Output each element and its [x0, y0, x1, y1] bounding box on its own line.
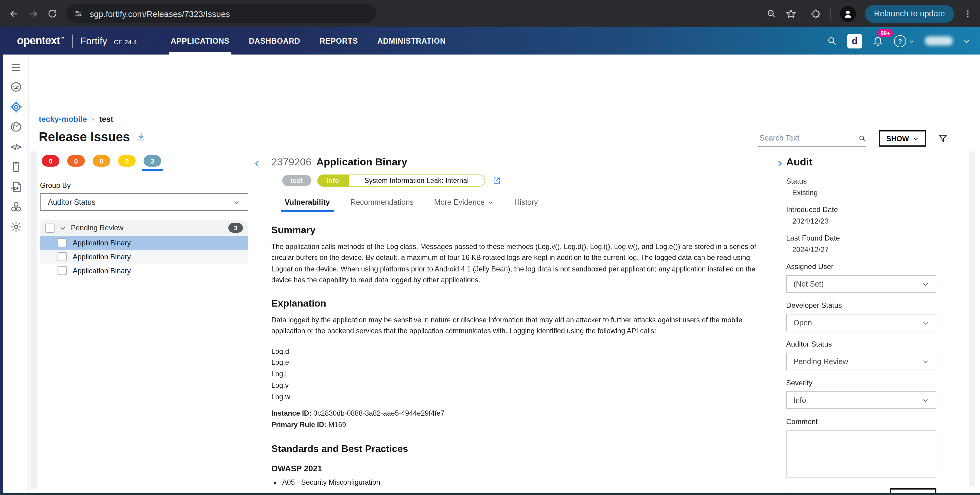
url-text: sgp.fortify.com/Releases/7323/Issues: [90, 9, 230, 19]
explanation-heading: Explanation: [271, 298, 780, 309]
notifications-button[interactable]: 99+: [872, 35, 884, 47]
issue-checkbox[interactable]: [57, 238, 67, 247]
application-window: sgp.fortify.com/Releases/7323/Issues Rel…: [0, 0, 980, 495]
auditor-status-label: Auditor Status: [786, 340, 936, 349]
severity-filter-critical[interactable]: 0: [40, 155, 61, 171]
primary-rule-id-value: M169: [328, 420, 346, 428]
issue-list-item-2[interactable]: Application Binary: [40, 250, 248, 264]
toolbar-separator: [830, 8, 831, 20]
pdf-report-icon[interactable]: PDF: [10, 181, 22, 193]
nav-applications[interactable]: APPLICATIONS: [161, 27, 239, 54]
severity-filter-low[interactable]: 0: [116, 155, 137, 171]
severity-filter-row: 0 0 0 0 3: [40, 155, 248, 171]
help-icon: ?: [894, 35, 906, 47]
severity-filter-medium[interactable]: 0: [91, 155, 112, 171]
breadcrumb-separator: ›: [92, 115, 94, 124]
breadcrumb-app-link[interactable]: tecky-mobile: [39, 115, 87, 124]
relaunch-to-update-button[interactable]: Relaunch to update: [865, 5, 954, 23]
summary-heading: Summary: [271, 225, 780, 236]
site-controls-icon[interactable]: [74, 9, 83, 18]
user-name-redacted[interactable]: [925, 37, 953, 45]
code-icon[interactable]: </>: [10, 140, 22, 153]
assigned-user-label: Assigned User: [786, 263, 936, 271]
developer-status-select[interactable]: Open: [786, 314, 936, 331]
show-button[interactable]: SHOW: [879, 130, 926, 146]
issues-target-icon[interactable]: [10, 100, 22, 113]
group-name: Pending Review: [71, 224, 123, 232]
severity-select[interactable]: Info: [786, 392, 936, 409]
group-by-select[interactable]: Auditor Status: [40, 193, 248, 211]
last-found-date-label: Last Found Date: [786, 234, 936, 242]
filter-funnel-icon[interactable]: [938, 133, 948, 143]
severity-tag: Info: [317, 175, 348, 186]
show-chevron-icon: [912, 135, 918, 142]
external-link-icon[interactable]: [492, 176, 501, 185]
chevron-down-icon: [233, 199, 240, 206]
left-scrollbar-track[interactable]: [30, 151, 37, 489]
severity-category-tag: Info System Information Leak: Internal: [317, 175, 485, 186]
browser-chrome: sgp.fortify.com/Releases/7323/Issues Rel…: [0, 0, 980, 27]
severity-filter-high[interactable]: 0: [65, 155, 87, 171]
scan-meter-icon[interactable]: [10, 121, 22, 133]
group-header-pending-review[interactable]: Pending Review 3: [40, 220, 248, 236]
search-input[interactable]: [758, 133, 858, 143]
bookmark-star-icon[interactable]: [786, 8, 797, 19]
browser-profile-avatar[interactable]: [840, 6, 856, 22]
mobile-device-icon[interactable]: [10, 161, 22, 173]
product-name: Fortify: [80, 35, 107, 46]
tab-recommendations[interactable]: Recommendations: [350, 198, 414, 212]
issue-tags: test Info System Information Leak: Inter…: [282, 175, 780, 186]
nav-administration[interactable]: ADMINISTRATION: [368, 27, 455, 54]
search-icon[interactable]: [858, 134, 866, 143]
audit-pane: Audit Status Existing Introduced Date 20…: [786, 151, 936, 495]
extensions-icon[interactable]: [810, 8, 821, 19]
standard-group-name: OWASP 2021: [271, 464, 780, 473]
issue-list-item-3[interactable]: Application Binary: [40, 264, 248, 277]
zoom-out-icon[interactable]: [766, 8, 776, 19]
tab-history[interactable]: History: [514, 198, 538, 212]
browser-back-button[interactable]: [8, 8, 19, 19]
primary-rule-id-label: Primary Rule ID:: [271, 420, 326, 428]
issue-checkbox[interactable]: [57, 266, 67, 275]
issue-checkbox[interactable]: [57, 252, 67, 261]
browser-menu-icon[interactable]: [963, 9, 973, 19]
icon-rail: </> PDF: [3, 54, 29, 495]
browser-forward-button[interactable]: [28, 8, 39, 19]
right-scrollbar-track[interactable]: [969, 151, 975, 487]
dashboard-gauge-icon[interactable]: [10, 81, 22, 93]
issue-id: 2379206: [271, 156, 311, 169]
artifacts-cubes-icon[interactable]: [10, 201, 22, 213]
user-menu-chevron-icon[interactable]: [963, 37, 970, 45]
menu-icon[interactable]: [10, 60, 22, 73]
audit-heading: Audit: [786, 156, 936, 169]
issue-list-item-1[interactable]: Application Binary: [40, 236, 248, 250]
api-call: Log.e: [271, 359, 780, 367]
debricked-app-icon[interactable]: d: [847, 33, 862, 48]
browser-reload-button[interactable]: [47, 8, 57, 19]
tab-more-evidence[interactable]: More Evidence: [434, 198, 494, 212]
settings-gear-icon[interactable]: [10, 221, 22, 233]
chevron-down-icon: [488, 199, 494, 205]
chevron-down-icon: [908, 38, 915, 44]
header-search-icon[interactable]: [827, 36, 837, 46]
nav-reports[interactable]: REPORTS: [310, 27, 368, 54]
tab-vulnerability[interactable]: Vulnerability: [285, 198, 330, 212]
severity-badge-4: 3: [143, 155, 161, 167]
collapse-left-pane-chevron[interactable]: [253, 159, 262, 169]
app-header: opentext™ Fortify CE 24.4 APPLICATIONS D…: [0, 27, 980, 54]
auditor-status-select[interactable]: Pending Review: [786, 353, 936, 370]
nav-dashboard[interactable]: DASHBOARD: [239, 27, 310, 54]
group-collapse-chevron-icon[interactable]: [59, 224, 66, 231]
address-bar[interactable]: sgp.fortify.com/Releases/7323/Issues: [66, 4, 376, 23]
issue-list-pane: 0 0 0 0 3 Group By Auditor Status: [40, 151, 248, 277]
help-menu[interactable]: ?: [894, 35, 915, 47]
explanation-text: Data logged by the application may be se…: [271, 314, 759, 337]
severity-filter-info[interactable]: 3: [142, 155, 163, 171]
summary-text: The application calls methods of the Log…: [271, 241, 759, 285]
category-tag: System Information Leak: Internal: [348, 175, 485, 186]
assigned-user-select[interactable]: (Not Set): [786, 275, 936, 293]
export-download-icon[interactable]: [136, 132, 146, 142]
identifiers-block: Instance ID: 3c2830db-0888-3a82-aae5-494…: [271, 408, 780, 431]
comment-textarea[interactable]: [786, 430, 936, 478]
group-checkbox[interactable]: [45, 223, 54, 232]
